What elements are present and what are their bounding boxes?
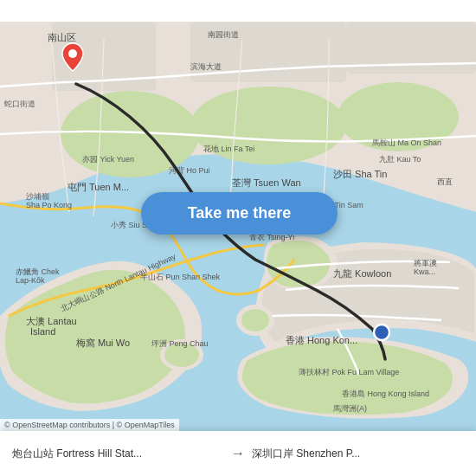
svg-text:Island: Island	[30, 326, 55, 337]
svg-text:西直: 西直	[437, 177, 453, 186]
origin-marker	[61, 42, 85, 73]
map-attribution: © OpenStreetMap contributors | © OpenMap…	[0, 419, 179, 431]
svg-point-45	[374, 325, 389, 340]
svg-text:亦园 Yick Yuen: 亦园 Yick Yuen	[82, 155, 134, 164]
svg-text:滨海大道: 滨海大道	[190, 62, 222, 71]
svg-text:沙田 Sha Tin: 沙田 Sha Tin	[333, 169, 387, 179]
svg-text:香港島 Hong Kong Island: 香港島 Hong Kong Island	[342, 389, 429, 398]
destination-marker	[372, 323, 391, 342]
svg-text:馬灣洲(A): 馬灣洲(A)	[332, 404, 367, 413]
svg-text:薄扶林村 Pok Fu Lam Village: 薄扶林村 Pok Fu Lam Village	[299, 368, 399, 376]
destination-label: 深圳口岸 Shenzhen P...	[252, 447, 360, 461]
origin-label: 炮台山站 Fortress Hill Stat...	[12, 447, 142, 461]
svg-text:Sha Po Kong: Sha Po Kong	[26, 201, 72, 209]
svg-text:將軍澳: 將軍澳	[414, 259, 437, 267]
svg-text:香港 Hong Kon...: 香港 Hong Kon...	[286, 335, 357, 345]
svg-text:九肚 Kau To: 九肚 Kau To	[379, 155, 421, 164]
svg-text:梅窩 Mui Wo: 梅窩 Mui Wo	[75, 338, 130, 348]
svg-text:九龍 Kowloon: 九龍 Kowloon	[333, 268, 391, 279]
destination-station: 深圳口岸 Shenzhen P...	[252, 447, 464, 461]
map-container: 南山区 南园街道 滨海大道 蛇口街道 屯門 Tuen M... 亦园 Yick …	[0, 0, 476, 476]
svg-point-44	[68, 49, 77, 58]
svg-text:坪洲 Peng Chau: 坪洲 Peng Chau	[151, 339, 209, 348]
svg-text:屯門 Tuen M...: 屯門 Tuen M...	[68, 182, 129, 192]
svg-point-10	[241, 309, 269, 331]
svg-text:Kwa...: Kwa...	[414, 267, 435, 276]
svg-text:花地 Lin Fa Tei: 花地 Lin Fa Tei	[203, 145, 254, 153]
svg-text:大澳 Lantau: 大澳 Lantau	[26, 316, 77, 326]
direction-arrow: →	[231, 446, 245, 461]
svg-text:赤鱲角 Chek: 赤鱲角 Chek	[16, 267, 60, 276]
origin-station: 炮台山站 Fortress Hill Stat...	[12, 447, 224, 461]
svg-text:河背 Ho Pui: 河背 Ho Pui	[169, 166, 210, 175]
take-me-there-button[interactable]: Take me there	[141, 192, 338, 235]
svg-text:沙埔嶺: 沙埔嶺	[26, 192, 49, 201]
svg-text:南园街道: 南园街道	[208, 30, 239, 39]
svg-text:Lap-Kôk: Lap-Kôk	[16, 276, 45, 285]
svg-text:荃灣 Tsuen Wan: 荃灣 Tsuen Wan	[232, 177, 301, 188]
bottom-bar: 炮台山站 Fortress Hill Stat... → 深圳口岸 Shenzh…	[0, 431, 476, 476]
svg-text:半山石 Pun Shan Shek: 半山石 Pun Shan Shek	[140, 273, 221, 281]
svg-text:馬鞍山 Ma On Shan: 馬鞍山 Ma On Shan	[371, 138, 441, 147]
svg-text:蛇口街道: 蛇口街道	[4, 100, 35, 108]
